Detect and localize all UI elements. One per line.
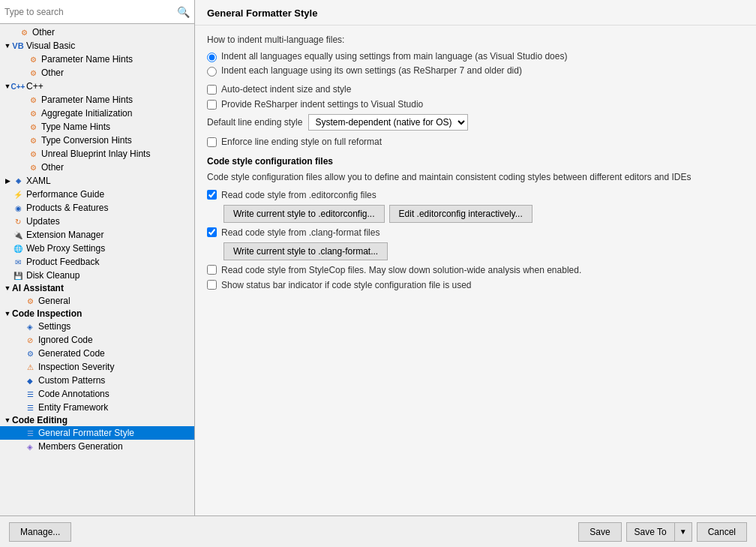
sidebar-item-disk-cleanup[interactable]: 💾 Disk Cleanup: [0, 269, 194, 282]
ci-settings-icon: ◈: [24, 320, 36, 332]
radio-indent-equal[interactable]: [207, 53, 217, 62]
sidebar-item-ci-settings[interactable]: ◈ Settings: [0, 320, 194, 333]
checkbox-autodetect[interactable]: [207, 85, 217, 95]
sidebar-item-performance-guide[interactable]: ⚡ Performance Guide: [0, 188, 194, 201]
sidebar-item-xaml[interactable]: ▶ ◈ XAML: [0, 174, 194, 188]
tree: ⚙ Other ▼ VB Visual Basic ⚙ Parameter Na…: [0, 24, 194, 515]
ci-generated-icon: ⚙: [24, 347, 36, 359]
gear-icon: ⚙: [27, 107, 39, 119]
proxy-icon: 🌐: [12, 242, 24, 254]
perf-icon: ⚡: [12, 188, 24, 200]
radio-indent-own[interactable]: [207, 67, 217, 77]
sidebar-item-extension-manager[interactable]: 🔌 Extension Manager: [0, 228, 194, 242]
sidebar-item-ci-ef[interactable]: ☰ Entity Framework: [0, 401, 194, 414]
cancel-button[interactable]: Cancel: [697, 522, 747, 542]
feedback-icon: ✉: [12, 256, 24, 268]
expand-arrow: ▶: [3, 177, 12, 185]
checkbox-provide-item: Provide ReSharper indent settings to Vis…: [207, 99, 744, 110]
sidebar-item-other-vb-sibling[interactable]: ⚙ Other: [0, 26, 194, 39]
ci-severity-icon: ⚠: [24, 361, 36, 373]
sidebar-item-ci-ignored[interactable]: ⊘ Ignored Code: [0, 333, 194, 347]
save-to-button[interactable]: Save To: [626, 522, 674, 542]
bottom-bar: Manage... Save Save To ▼ Cancel: [0, 515, 756, 547]
save-to-dropdown-arrow[interactable]: ▼: [674, 522, 692, 542]
checkbox-clangformat-label: Read code style from .clang-format files: [221, 227, 380, 238]
line-ending-select[interactable]: System-dependent (native for OS): [308, 114, 468, 131]
sidebar: 🔍 ⚙ Other ▼ VB Visual Basic ⚙ Parameter …: [0, 0, 195, 515]
checkbox-enforce-item: Enforce line ending style on full reform…: [207, 137, 744, 147]
formatter-icon: ☰: [24, 427, 36, 439]
sidebar-item-ci-annotations[interactable]: ☰ Code Annotations: [0, 387, 194, 401]
radio-item-2: Indent each language using its own setti…: [207, 65, 744, 77]
sidebar-item-cpp-other[interactable]: ⚙ Other: [0, 161, 194, 174]
indent-section-label: How to indent multi-language files:: [207, 35, 744, 45]
sidebar-item-cpp-param-hints[interactable]: ⚙ Parameter Name Hints: [0, 93, 194, 107]
save-button[interactable]: Save: [578, 522, 621, 542]
checkbox-stylecop-item: Read code style from StyleCop files. May…: [207, 265, 744, 275]
gear-icon: ⚙: [27, 148, 39, 160]
save-to-group: Save To ▼: [626, 522, 692, 542]
clangformat-buttons: Write current style to .clang-format...: [224, 242, 744, 260]
ci-ignored-icon: ⊘: [24, 334, 36, 346]
sidebar-section-code-editing[interactable]: ▼ Code Editing: [0, 414, 194, 426]
checkbox-enforce[interactable]: [207, 137, 217, 147]
sidebar-item-product-feedback[interactable]: ✉ Product Feedback: [0, 255, 194, 269]
radio-item-1: Indent all languages equally using setti…: [207, 51, 744, 62]
sidebar-item-ci-generated[interactable]: ⚙ Generated Code: [0, 347, 194, 360]
ci-patterns-icon: ◆: [24, 374, 36, 386]
vb-icon: VB: [12, 40, 24, 52]
radio-indent-own-label: Indent each language using its own setti…: [221, 65, 522, 76]
search-icon: 🔍: [177, 6, 190, 18]
expand-arrow: ▼: [3, 310, 12, 317]
sidebar-item-visual-basic[interactable]: ▼ VB Visual Basic: [0, 39, 194, 53]
ci-ef-icon: ☰: [24, 401, 36, 413]
search-input[interactable]: [4, 7, 177, 17]
sidebar-item-ci-patterns[interactable]: ◆ Custom Patterns: [0, 374, 194, 387]
gear-icon: ⚙: [27, 67, 39, 79]
checkbox-editorconfig-item: Read code style from .editorconfig files: [207, 190, 744, 200]
sidebar-item-web-proxy[interactable]: 🌐 Web Proxy Settings: [0, 242, 194, 255]
code-style-header: Code style configuration files: [207, 156, 744, 167]
sidebar-item-cpp-unreal[interactable]: ⚙ Unreal Blueprint Inlay Hints: [0, 147, 194, 161]
write-editorconfig-button[interactable]: Write current style to .editorconfig...: [224, 205, 385, 223]
checkbox-stylecop[interactable]: [207, 265, 217, 275]
checkbox-enforce-label: Enforce line ending style on full reform…: [221, 137, 382, 147]
sidebar-item-ci-severity[interactable]: ⚠ Inspection Severity: [0, 360, 194, 374]
checkbox-autodetect-item: Auto-detect indent size and style: [207, 84, 744, 95]
indent-radio-group: Indent all languages equally using setti…: [207, 51, 744, 77]
gear-icon: ⚙: [18, 26, 30, 38]
line-ending-label: Default line ending style: [207, 117, 302, 128]
sidebar-item-ai-general[interactable]: ⚙ General: [0, 294, 194, 308]
sidebar-item-products-features[interactable]: ◉ Products & Features: [0, 201, 194, 215]
expand-arrow: ▼: [3, 42, 12, 50]
panel-title: General Formatter Style: [195, 0, 756, 26]
checkbox-provide[interactable]: [207, 100, 217, 110]
gear-icon: ⚙: [27, 94, 39, 106]
sidebar-item-vb-other[interactable]: ⚙ Other: [0, 66, 194, 80]
sidebar-section-ai-assistant[interactable]: ▼ AI Assistant: [0, 282, 194, 294]
sidebar-item-updates[interactable]: ↻ Updates: [0, 215, 194, 228]
bottom-left: Manage...: [9, 522, 71, 542]
gear-icon: ⚙: [27, 134, 39, 146]
edit-editorconfig-button[interactable]: Edit .editorconfig interactively...: [389, 205, 532, 223]
sidebar-section-code-inspection[interactable]: ▼ Code Inspection: [0, 308, 194, 320]
checkbox-stylecop-label: Read code style from StyleCop files. May…: [221, 265, 581, 275]
write-clangformat-button[interactable]: Write current style to .clang-format...: [224, 242, 388, 260]
expand-arrow: ▼: [3, 284, 12, 292]
sidebar-item-cpp-type-name[interactable]: ⚙ Type Name Hints: [0, 120, 194, 134]
sidebar-item-ce-formatter[interactable]: ☰ General Formatter Style: [0, 426, 194, 440]
sidebar-item-ce-members[interactable]: ◈ Members Generation: [0, 440, 194, 453]
sidebar-item-cpp-type-conv[interactable]: ⚙ Type Conversion Hints: [0, 134, 194, 147]
checkbox-editorconfig[interactable]: [207, 190, 217, 200]
sidebar-item-cpp-agg-init[interactable]: ⚙ Aggregate Initialization: [0, 107, 194, 120]
ai-general-icon: ⚙: [24, 295, 36, 307]
checkbox-clangformat[interactable]: [207, 227, 217, 237]
sidebar-item-cpp[interactable]: ▼ C++ C++: [0, 80, 194, 93]
manage-button[interactable]: Manage...: [9, 522, 71, 542]
members-icon: ◈: [24, 440, 36, 452]
sidebar-item-vb-param-hints[interactable]: ⚙ Parameter Name Hints: [0, 53, 194, 66]
bottom-right: Save Save To ▼ Cancel: [578, 522, 747, 542]
code-style-desc: Code style configuration files allow you…: [207, 171, 744, 184]
checkbox-statusbar[interactable]: [207, 280, 217, 290]
checkbox-provide-label: Provide ReSharper indent settings to Vis…: [221, 99, 423, 110]
